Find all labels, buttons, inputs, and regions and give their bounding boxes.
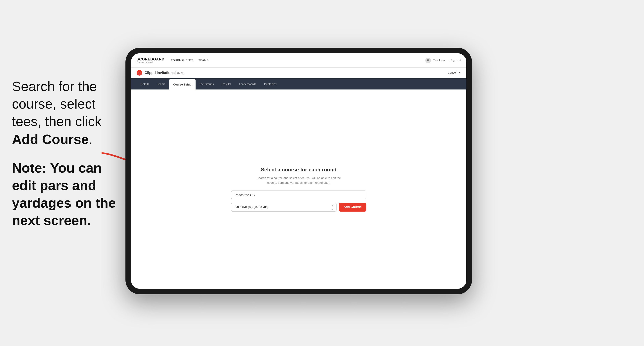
annotation-add-course-bold: Add Course <box>12 132 88 147</box>
main-content: Select a course for each round Search fo… <box>131 89 466 289</box>
course-search-input[interactable] <box>231 191 366 199</box>
tab-results[interactable]: Results <box>218 78 235 89</box>
tab-tee-groups[interactable]: Tee Groups <box>195 78 218 89</box>
content-card: Select a course for each round Search fo… <box>231 167 366 212</box>
content-description: Search for a course and select a tee. Yo… <box>231 176 366 185</box>
tab-teams[interactable]: Teams <box>153 78 169 89</box>
tab-details[interactable]: Details <box>136 78 153 89</box>
annotation-search-text: Search for the course, select tees, then… <box>12 78 122 148</box>
tablet-screen: SCOREBOARD Powered by clippd TOURNAMENTS… <box>131 53 466 289</box>
sign-out-link[interactable]: Sign out <box>451 59 461 62</box>
tournament-title: Clippd Invitational <box>144 71 176 75</box>
tournament-icon: C <box>136 70 142 76</box>
nav-tournaments[interactable]: TOURNAMENTS <box>171 59 194 62</box>
tee-select[interactable]: Gold (M) (M) (7010 yds) <box>231 203 336 212</box>
navbar: SCOREBOARD Powered by clippd TOURNAMENTS… <box>131 53 466 68</box>
brand-logo: SCOREBOARD Powered by clippd <box>136 57 164 63</box>
tournament-header: C Clippd Invitational (Men) Cancel ✕ <box>131 68 466 78</box>
nav-teams[interactable]: TEAMS <box>198 59 209 62</box>
navbar-user: R Test User | Sign out <box>425 57 461 63</box>
cancel-button[interactable]: Cancel ✕ <box>448 71 461 74</box>
brand-subtitle: Powered by clippd <box>136 61 164 63</box>
user-avatar: R <box>425 57 431 63</box>
content-title: Select a course for each round <box>231 167 366 173</box>
annotation-note: Note: You can edit pars and yardages on … <box>12 159 122 229</box>
tab-course-setup[interactable]: Course Setup <box>169 79 195 90</box>
tee-row: Gold (M) (M) (7010 yds) ✕ ⌄ Add Course <box>231 203 366 212</box>
navbar-links: TOURNAMENTS TEAMS <box>171 59 425 62</box>
brand-name: SCOREBOARD <box>136 57 164 61</box>
tab-bar: Details Teams Course Setup Tee Groups Re… <box>131 78 466 89</box>
tab-printables[interactable]: Printables <box>260 78 280 89</box>
tournament-subtitle: (Men) <box>177 71 184 74</box>
add-course-button[interactable]: Add Course <box>339 203 366 211</box>
separator: | <box>448 59 448 62</box>
tablet-frame: SCOREBOARD Powered by clippd TOURNAMENTS… <box>126 48 472 294</box>
tab-leaderboards[interactable]: Leaderboards <box>235 78 260 89</box>
tee-select-wrapper: Gold (M) (M) (7010 yds) ✕ ⌄ <box>231 203 336 212</box>
user-name: Test User <box>433 59 445 62</box>
